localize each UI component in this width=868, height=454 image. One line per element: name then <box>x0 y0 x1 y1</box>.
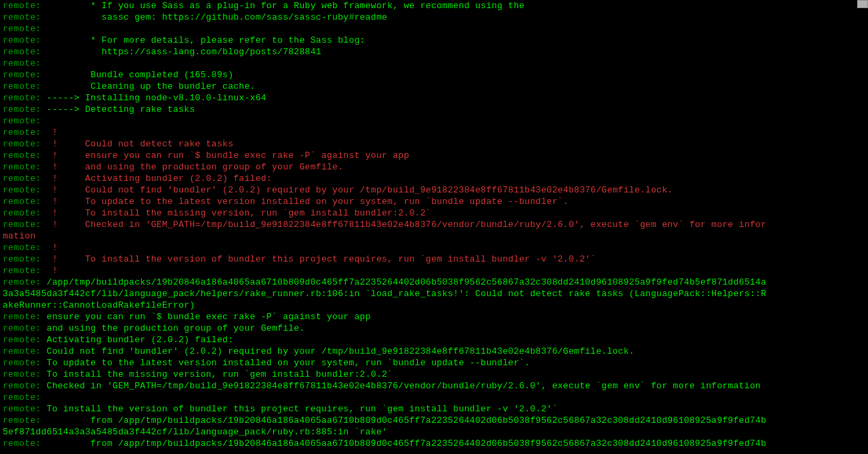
log-line: remote: ensure you can run `$ bundle exe… <box>3 311 865 323</box>
log-line: remote: * For more details, please refer… <box>3 35 865 46</box>
log-line: remote: Bundle completed (165.89s) <box>3 69 865 81</box>
log-line: remote: Checked in 'GEM_PATH=/tmp/build_… <box>3 380 865 392</box>
error-line: remote: ! and using the production group… <box>3 161 865 173</box>
log-line: remote: To update to the latest version … <box>3 357 865 369</box>
log-line: remote: from /app/tmp/buildpacks/19b2084… <box>3 415 865 426</box>
log-line: remote: To install the missing version, … <box>3 369 865 380</box>
log-line: remote: <box>3 58 865 69</box>
log-line: remote: -----> Detecting rake tasks <box>3 104 865 115</box>
error-line: remote: ! <box>3 242 865 253</box>
error-line: remote: ! <box>3 127 865 138</box>
error-line: remote: ! Could not find 'bundler' (2.0.… <box>3 184 865 196</box>
log-line: remote: <box>3 23 865 35</box>
log-line: remote: Cleaning up the bundler cache. <box>3 81 865 92</box>
error-line: remote: ! ensure you can run `$ bundle e… <box>3 150 865 161</box>
log-line-wrap: 3a3a5485da3f442cf/lib/language_pack/help… <box>3 288 865 300</box>
scrollbar-thumb[interactable] <box>857 0 868 8</box>
error-line: remote: ! Activating bundler (2.0.2) fai… <box>3 173 865 184</box>
error-line: remote: ! Could not detect rake tasks <box>3 138 865 150</box>
log-line: remote: from /app/tmp/buildpacks/19b2084… <box>3 438 865 449</box>
log-line: remote: https://sass-lang.com/blog/posts… <box>3 46 865 58</box>
log-line: remote: * If you use Sass as a plug-in f… <box>3 0 865 12</box>
error-line: remote: ! Checked in 'GEM_PATH=/tmp/buil… <box>3 219 865 230</box>
log-line: remote: and using the production group o… <box>3 323 865 334</box>
log-line: remote: <box>3 115 865 127</box>
log-line: remote: To install the version of bundle… <box>3 403 865 415</box>
log-line: remote: /app/tmp/buildpacks/19b20846a186… <box>3 276 865 288</box>
log-line-wrap: 5ef871dd6514a3a3a5485da3f442cf/lib/langu… <box>3 426 865 438</box>
error-line-wrap: mation <box>3 230 865 242</box>
log-line: remote: Could not find 'bundler' (2.0.2)… <box>3 346 865 357</box>
error-line: remote: ! To update to the latest versio… <box>3 196 865 207</box>
log-line: remote: -----> Installing node-v8.10.0-l… <box>3 92 865 104</box>
error-line: remote: ! To install the version of bund… <box>3 253 865 265</box>
error-line: remote: ! To install the missing version… <box>3 207 865 219</box>
terminal-output[interactable]: remote: * If you use Sass as a plug-in f… <box>3 0 865 449</box>
log-line: remote: <box>3 392 865 403</box>
log-line: remote: sassc gem: https://github.com/sa… <box>3 12 865 23</box>
log-line: remote: Activating bundler (2.0.2) faile… <box>3 334 865 346</box>
error-line: remote: ! <box>3 265 865 276</box>
log-line-wrap: akeRunner::CannotLoadRakefileError) <box>3 300 865 311</box>
